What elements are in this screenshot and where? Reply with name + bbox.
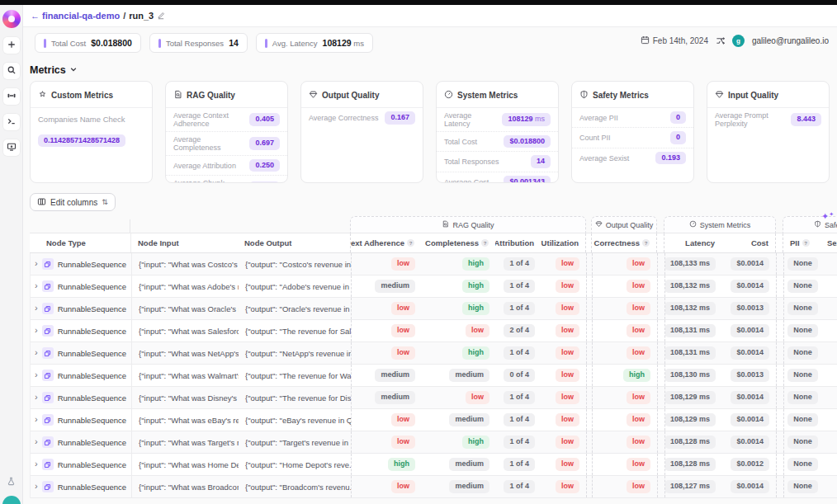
metrics-section-toggle[interactable]: Metrics xyxy=(30,64,78,76)
utilization-cell: low xyxy=(541,342,587,364)
edit-columns-button[interactable]: Edit columns ⇅ xyxy=(30,193,116,211)
column-header-latency[interactable]: Latency xyxy=(664,233,721,252)
info-icon[interactable]: ? xyxy=(802,239,810,247)
expand-chevron-icon[interactable]: › xyxy=(35,259,38,268)
flask-icon[interactable] xyxy=(7,474,16,489)
breadcrumb: ← financial-qa-demo / run_3 xyxy=(31,11,165,21)
column-header-pii[interactable]: PII? xyxy=(783,233,820,252)
table-row[interactable]: ›RunnableSequence {"input": "What was Br… xyxy=(30,476,837,498)
expand-chevron-icon[interactable]: › xyxy=(35,393,38,402)
context-adherence-badge: low xyxy=(391,302,415,314)
back-arrow-icon: ← xyxy=(31,11,40,21)
edit-run-name-icon[interactable] xyxy=(157,12,165,20)
table-row[interactable]: ›RunnableSequence {"input": "What was Ho… xyxy=(30,454,837,476)
galileo-logo[interactable] xyxy=(2,10,21,28)
column-header-node-type[interactable]: Node Type xyxy=(30,238,130,247)
metric-label: Total Cost xyxy=(444,138,480,146)
latency-badge: 108,128 ms xyxy=(664,436,716,448)
info-icon[interactable]: ? xyxy=(481,239,489,247)
table-row[interactable]: ›RunnableSequence {"input": "What was Co… xyxy=(30,253,837,276)
metric-card-header: Output Quality xyxy=(301,82,423,108)
column-header-attribution[interactable]: Attribution xyxy=(495,238,541,247)
attribution-cell: 1 of 4 xyxy=(496,413,541,426)
stat-label: Total Responses xyxy=(166,39,224,48)
column-header-sexist[interactable]: Sexist xyxy=(820,238,837,247)
column-header-node-input[interactable]: Node Input xyxy=(130,233,238,252)
search-button[interactable] xyxy=(3,63,20,79)
column-header-correctness[interactable]: Correctness? xyxy=(591,233,657,252)
new-project-button[interactable] xyxy=(3,37,20,54)
console-button[interactable] xyxy=(3,114,20,130)
pii-badge: None xyxy=(787,480,818,492)
table-row[interactable]: ›RunnableSequence {"input": "What was Ta… xyxy=(30,431,837,454)
sequence-node-icon xyxy=(42,481,54,492)
utilization-cell: low xyxy=(541,253,587,275)
metric-card-body: Average PII 0 Count PII 0 Average Sexist… xyxy=(572,108,693,168)
utilization-badge: low xyxy=(556,346,579,359)
expand-chevron-icon[interactable]: › xyxy=(35,281,38,290)
context-adherence-badge: high xyxy=(388,458,415,470)
expand-chevron-icon[interactable]: › xyxy=(35,459,38,469)
correctness-cell: high xyxy=(592,365,658,386)
table-header-row: Node TypeNode InputNode OutputContext Ad… xyxy=(30,233,837,253)
utilization-cell: low xyxy=(541,365,587,386)
monitor-button[interactable] xyxy=(3,139,20,156)
metric-label: Average Context Adherence xyxy=(173,111,249,128)
node-type-label: RunnableSequence xyxy=(58,438,126,447)
stat-label: Total Cost xyxy=(51,39,86,48)
context-adherence-badge: low xyxy=(391,436,415,448)
table-body: ›RunnableSequence {"input": "What was Co… xyxy=(30,253,837,498)
column-header-completeness[interactable]: Completeness? xyxy=(421,238,495,247)
column-header-cost[interactable]: Cost xyxy=(721,233,776,252)
user-avatar[interactable]: g xyxy=(732,35,745,47)
column-header-context-adherence[interactable]: Context Adherence? xyxy=(350,233,421,252)
completeness-cell: low xyxy=(422,391,496,403)
info-icon[interactable]: ? xyxy=(642,239,650,247)
cost-badge: $0.0014 xyxy=(731,280,769,292)
latency-badge: 108,132 ms xyxy=(664,280,716,292)
column-header-utilization[interactable]: Utilization xyxy=(541,233,586,252)
table-row[interactable]: ›RunnableSequence {"input": "What was Wa… xyxy=(30,365,837,387)
sequence-node-icon xyxy=(42,303,54,314)
expand-chevron-icon[interactable]: › xyxy=(35,415,38,424)
table-row[interactable]: ›RunnableSequence {"input": "What was Ne… xyxy=(30,342,837,365)
cost-cell: $0.0013 xyxy=(722,365,777,386)
info-icon[interactable]: ? xyxy=(407,239,414,247)
metric-row: Average Latency 108129 ms xyxy=(437,108,558,132)
metric-card-header: RAG Quality xyxy=(166,82,287,108)
node-type-label: RunnableSequence xyxy=(58,282,126,291)
correctness-cell: low xyxy=(592,476,658,497)
completeness-cell: low xyxy=(422,324,496,337)
expand-chevron-icon[interactable]: › xyxy=(35,482,38,491)
node-output-cell: {"output": "Broadcom's revenu... xyxy=(239,483,351,492)
chat-widget-button[interactable] xyxy=(2,496,21,504)
context-adherence-cell: low xyxy=(351,409,422,431)
compare-runs-icon[interactable] xyxy=(716,36,725,45)
expand-chevron-icon[interactable]: › xyxy=(35,304,38,313)
table-row[interactable]: ›RunnableSequence {"input": "What was Di… xyxy=(30,387,837,409)
node-type-cell: ›RunnableSequence xyxy=(31,436,131,448)
table-row[interactable]: ›RunnableSequence {"input": "What was Sa… xyxy=(30,320,837,342)
node-output-cell: {"output": "The revenue for Dis... xyxy=(239,393,351,403)
cost-badge: $0.0014 xyxy=(731,346,769,359)
table-row[interactable]: ›RunnableSequence {"input": "What was eB… xyxy=(30,409,837,431)
user-email[interactable]: galileo@rungalileo.io xyxy=(752,36,829,45)
expand-chevron-icon[interactable]: › xyxy=(35,437,38,446)
expand-chevron-icon[interactable]: › xyxy=(35,370,38,379)
table-row[interactable]: ›RunnableSequence {"input": "What was Or… xyxy=(30,298,837,320)
training-button[interactable] xyxy=(3,88,20,105)
metric-row: Average Context Adherence 0.405 xyxy=(166,108,287,132)
output-quality-icon xyxy=(595,220,603,229)
table-row[interactable]: ›RunnableSequence {"input": "What was Ad… xyxy=(30,276,837,298)
latency-badge: 108,132 ms xyxy=(664,302,716,314)
expand-chevron-icon[interactable]: › xyxy=(35,326,38,335)
utilization-cell: low xyxy=(541,409,587,431)
expand-chevron-icon[interactable]: › xyxy=(35,348,38,357)
column-header-node-output[interactable]: Node Output xyxy=(238,238,350,247)
breadcrumb-project-link[interactable]: ← financial-qa-demo xyxy=(31,11,120,21)
completeness-badge: medium xyxy=(449,413,489,426)
cost-badge: $0.0013 xyxy=(731,369,769,381)
sparkles-icon[interactable]: ✦✦ xyxy=(821,211,834,222)
breadcrumb-separator: / xyxy=(123,11,125,21)
node-type-cell: ›RunnableSequence xyxy=(31,481,131,492)
